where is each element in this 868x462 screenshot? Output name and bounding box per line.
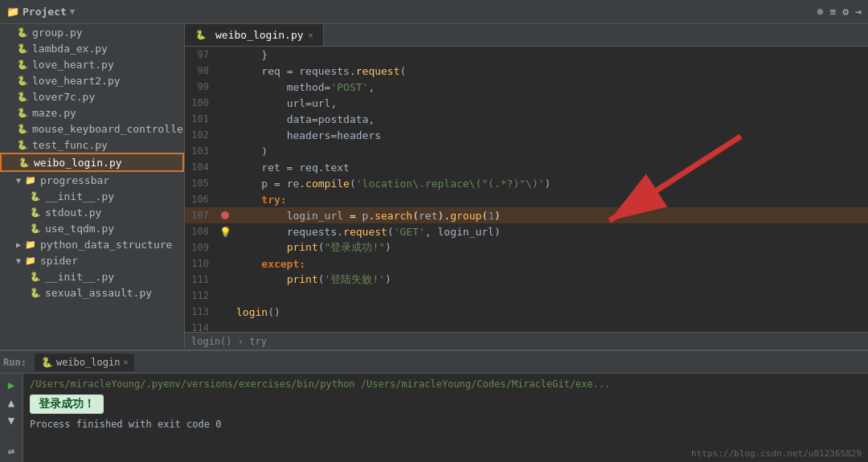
- sidebar-item-label: group.py: [32, 27, 83, 39]
- table-row: 101 data=postdata,: [185, 111, 868, 127]
- layout-icon[interactable]: ⚙: [842, 6, 849, 18]
- tab-weibo-login[interactable]: 🐍 weibo_login.py ✕: [185, 24, 324, 46]
- play-button[interactable]: ▶: [3, 377, 19, 393]
- run-tab-close-icon[interactable]: ✕: [123, 358, 128, 366]
- top-bar: 📁 Project ▼ ⊕ ≡ ⚙ ⇥: [0, 0, 868, 24]
- run-command-line: /Users/miracleYoung/.pyenv/versions/exer…: [30, 378, 862, 390]
- project-label-area: 📁 Project ▼: [6, 6, 75, 18]
- line-number: 103: [185, 143, 217, 159]
- line-code: method='POST',: [233, 79, 868, 95]
- table-row: 111 print('登陆失败!'): [185, 272, 868, 288]
- sidebar-item-lambda[interactable]: 🐍 lambda_ex.py: [0, 40, 184, 56]
- run-tab-weibo-login[interactable]: 🐍 weibo_login ✕: [35, 354, 135, 371]
- py-file-icon: 🐍: [16, 58, 29, 71]
- py-file-icon: 🐍: [16, 74, 29, 87]
- sidebar-item-love-heart[interactable]: 🐍 love_heart.py: [0, 56, 184, 72]
- py-file-icon: 🐍: [16, 90, 29, 103]
- sidebar-item-label: use_tqdm.py: [45, 223, 114, 235]
- success-message: 登录成功！: [30, 395, 104, 414]
- sidebar-item-group[interactable]: 🐍 group.py: [0, 24, 184, 40]
- run-tab-icon: 🐍: [41, 357, 53, 368]
- table-row: 105 p = re.compile('location\.replace\("…: [185, 175, 868, 191]
- line-gutter: [217, 304, 233, 320]
- line-code: print("登录成功!"): [233, 239, 868, 256]
- code-table: 97 } 98 req = requests.request( 99: [185, 47, 868, 332]
- line-number: 109: [185, 239, 217, 256]
- sidebar-item-label: mouse_keyboard_controller.py: [32, 123, 185, 135]
- wrap-button[interactable]: ⇌: [3, 443, 19, 459]
- line-code: login(): [233, 304, 868, 320]
- split-icon[interactable]: ⇥: [855, 6, 862, 18]
- line-number: 112: [185, 288, 217, 304]
- line-gutter: [217, 111, 233, 127]
- project-chevron-icon: ▼: [70, 6, 76, 17]
- line-number: 114: [185, 320, 217, 332]
- line-code: [233, 288, 868, 304]
- tab-bar: 🐍 weibo_login.py ✕: [185, 24, 868, 47]
- table-row: 110 except:: [185, 256, 868, 272]
- sidebar-item-spider-init[interactable]: 🐍 __init__.py: [0, 268, 184, 284]
- line-number: 108: [185, 223, 217, 239]
- line-gutter: [217, 159, 233, 175]
- line-gutter: [217, 239, 233, 256]
- table-row: 109 print("登录成功!"): [185, 239, 868, 256]
- finish-line: Process finished with exit code 0: [30, 419, 862, 430]
- code-view[interactable]: 97 } 98 req = requests.request( 99: [185, 47, 868, 332]
- line-number: 97: [185, 47, 217, 63]
- line-number: 100: [185, 95, 217, 111]
- line-gutter: [217, 191, 233, 207]
- sidebar-item-use-tqdm[interactable]: 🐍 use_tqdm.py: [0, 220, 184, 236]
- line-gutter: [217, 175, 233, 191]
- finish-message: Process finished with exit code 0: [30, 419, 221, 430]
- sidebar-item-love-heart2[interactable]: 🐍 love_heart2.py: [0, 72, 184, 88]
- line-gutter: [217, 256, 233, 272]
- sidebar-item-progressbar-folder[interactable]: ▼ 📁 progressbar: [0, 172, 184, 188]
- sidebar-item-stdout[interactable]: 🐍 stdout.py: [0, 204, 184, 220]
- line-gutter: 💡: [217, 223, 233, 239]
- folder-icon: 📁: [24, 254, 37, 267]
- sidebar-item-label: __init__.py: [45, 271, 114, 283]
- breadcrumb-bar: login() › try: [185, 332, 868, 350]
- line-code: url=url,: [233, 95, 868, 111]
- sidebar-item-init[interactable]: 🐍 __init__.py: [0, 188, 184, 204]
- bulb-icon: 💡: [219, 227, 231, 238]
- scroll-down-button[interactable]: ▼: [3, 412, 19, 428]
- top-bar-icons: ⊕ ≡ ⚙ ⇥: [817, 6, 862, 18]
- sidebar-item-python-data-structure[interactable]: ▶ 📁 python_data_structure: [0, 236, 184, 252]
- sidebar-item-weibo-login[interactable]: 🐍 weibo_login.py: [0, 153, 184, 172]
- sidebar-item-label: test_func.py: [32, 139, 108, 151]
- line-number: 110: [185, 256, 217, 272]
- sidebar-item-label: love_heart2.py: [32, 75, 121, 87]
- success-line: 登录成功！: [30, 391, 862, 417]
- sidebar-item-lover7c[interactable]: 🐍 lover7c.py: [0, 88, 184, 104]
- py-file-icon: 🐍: [194, 29, 207, 42]
- line-code: requests.request('GET', login_url): [233, 223, 868, 239]
- line-number: 111: [185, 272, 217, 288]
- editor-area: 🐍 weibo_login.py ✕ 97 } 98: [185, 24, 868, 350]
- scroll-up-button[interactable]: ▲: [3, 395, 19, 411]
- line-number: 105: [185, 175, 217, 191]
- line-number: 113: [185, 304, 217, 320]
- folder-icon: 📁: [24, 238, 37, 251]
- table-row: 99 method='POST',: [185, 79, 868, 95]
- sidebar: 🐍 group.py 🐍 lambda_ex.py 🐍 love_heart.p…: [0, 24, 185, 350]
- settings-icon[interactable]: ≡: [830, 6, 837, 18]
- sidebar-item-label: maze.py: [32, 107, 76, 119]
- sidebar-item-test-func[interactable]: 🐍 test_func.py: [0, 137, 184, 153]
- line-gutter: [217, 143, 233, 159]
- tab-close-icon[interactable]: ✕: [309, 31, 313, 39]
- chevron-down-icon: ▼: [16, 176, 21, 185]
- sync-icon[interactable]: ⊕: [817, 6, 824, 18]
- sidebar-item-spider-folder[interactable]: ▼ 📁 spider: [0, 252, 184, 268]
- py-file-icon: 🐍: [29, 286, 42, 299]
- sidebar-item-mouse-keyboard[interactable]: 🐍 mouse_keyboard_controller.py: [0, 121, 184, 137]
- line-code: try:: [233, 191, 868, 207]
- sidebar-item-sexual-assault[interactable]: 🐍 sexual_assault.py: [0, 284, 184, 301]
- sidebar-item-label: weibo_login.py: [34, 157, 122, 169]
- table-row: 98 req = requests.request(: [185, 63, 868, 79]
- sidebar-item-maze[interactable]: 🐍 maze.py: [0, 104, 184, 121]
- line-code: ): [233, 143, 868, 159]
- chevron-down-icon: ▼: [16, 256, 21, 265]
- run-label: Run:: [3, 357, 27, 368]
- line-code: login_url = p.search(ret).group(1): [233, 207, 868, 223]
